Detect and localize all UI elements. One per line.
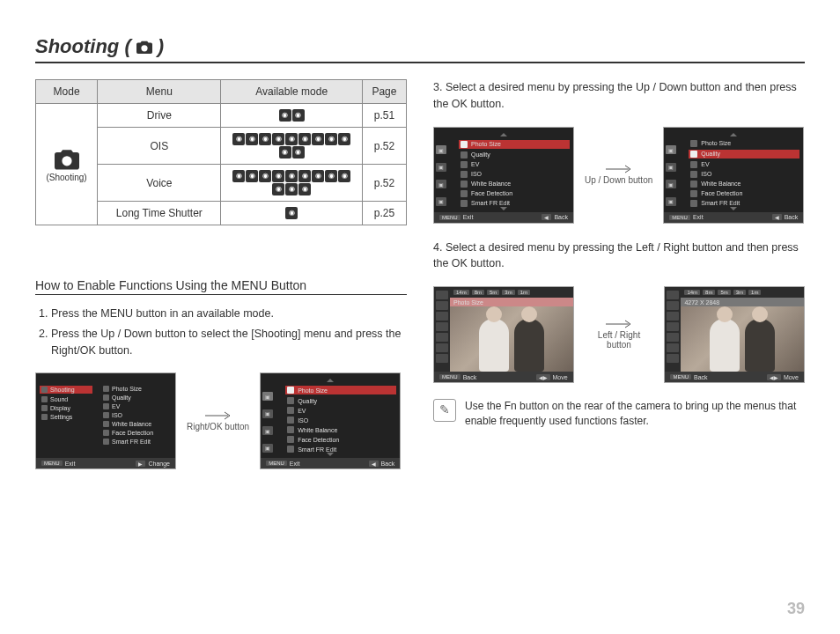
mode-icon: ◉	[325, 133, 337, 145]
size-token: 8m	[703, 290, 715, 295]
lcd-left-item: Shooting	[40, 386, 92, 394]
mode-icon: ◉	[298, 133, 311, 145]
note-box: ✎ Use the Fn button on the rear of the c…	[433, 399, 805, 429]
mode-icon: ◉	[338, 133, 350, 145]
lcd-side-icon	[436, 354, 448, 363]
page-title: Shooting ( )	[35, 35, 805, 58]
lcd-photo-b: 14m8m5m3m1m 4272 X 2848 MENUBack ◀▶Move	[664, 286, 805, 383]
lcd-list-item: ISO	[690, 171, 799, 178]
lcd-list-item: Quality	[689, 150, 799, 158]
avail-cell: ◉◉◉◉◉◉◉◉◉◉◉	[221, 128, 362, 165]
lcd-list-item: Quality	[461, 151, 570, 158]
size-token: 5m	[718, 290, 730, 295]
mode-icon: ◉	[272, 183, 284, 195]
lcd-side-icon	[667, 354, 679, 363]
lcd-side-icon: ▣	[436, 197, 446, 206]
menu-cell: Drive	[98, 104, 221, 128]
lcd-side-icon	[667, 301, 679, 310]
step-item: Press the Up / Down button to select the…	[51, 326, 407, 359]
size-token: 14m	[453, 290, 469, 295]
menu-cell: Voice	[98, 165, 221, 202]
th-mode: Mode	[36, 80, 98, 104]
mode-icon: ◉	[259, 133, 271, 145]
mode-icon: ◉	[325, 170, 337, 182]
step-item: Press the MENU button in an available mo…	[51, 306, 407, 322]
size-token: 3m	[502, 290, 514, 295]
lcd-side-icon: ▣	[262, 444, 273, 453]
lcd-left-item: Settings	[41, 414, 92, 420]
lcd-side-icon	[436, 322, 448, 331]
subheading: How to Enable Functions Using the MENU B…	[35, 278, 407, 295]
page-number: 39	[787, 600, 805, 618]
mode-icon: ◉	[312, 133, 324, 145]
lcd-side-icon	[436, 291, 448, 299]
mode-icon: ◉	[285, 183, 298, 195]
footer-back-a: Back	[381, 461, 395, 467]
mode-icon: ◉	[272, 170, 284, 182]
lcd-side-icon	[436, 333, 448, 342]
menu-cell: OIS	[98, 128, 221, 165]
page-title-row: Shooting ( )	[35, 35, 805, 63]
footer-change: Change	[148, 461, 170, 467]
lcd-side-icon	[667, 291, 679, 299]
th-menu: Menu	[98, 80, 221, 104]
camera-icon	[135, 39, 154, 55]
mode-icon: ◉	[292, 109, 305, 122]
lcd-list-item: EV	[287, 407, 396, 414]
step4-screens: 14m8m5m3m1m Photo Size MENUBack ◀▶Move L…	[433, 286, 805, 383]
lcd-right-item: Quality	[103, 394, 172, 401]
size-token: 1m	[748, 290, 761, 295]
lcd-list-item: EV	[690, 161, 799, 168]
lcd-list-item: Smart FR Edit	[690, 200, 799, 207]
lcd-left-item: Sound	[41, 396, 92, 402]
lcd-list-item: White Balance	[461, 181, 570, 188]
page-cell: p.25	[362, 202, 406, 225]
arrow-label-left-right: Left / Right button	[585, 330, 654, 350]
mode-icon: ◉	[285, 170, 298, 182]
lcd-list-item: Face Detection	[461, 190, 570, 197]
step3-screens: ▣▣▣▣ Photo SizeQualityEVISOWhite Balance…	[433, 127, 805, 224]
lcd-list-item: Quality	[287, 397, 396, 404]
lcd-side-icon: ▣	[666, 180, 676, 188]
footer-exit-a: Exit	[290, 461, 300, 467]
lcd-side-icon	[436, 343, 448, 352]
size-token: 8m	[472, 290, 484, 295]
th-page: Page	[362, 80, 406, 104]
lcd-photo-a: 14m8m5m3m1m Photo Size MENUBack ◀▶Move	[433, 286, 574, 383]
mode-icon: ◉	[292, 146, 305, 158]
lcd-side-icon	[436, 301, 448, 310]
arrow-right-ok: Right/OK button	[187, 411, 249, 431]
left-steps-list: Press the MENU button in an available mo…	[35, 306, 407, 358]
lcd-list-item: Smart FR Edit	[287, 446, 396, 453]
note-text: Use the Fn button on the rear of the cam…	[465, 399, 805, 429]
step-4: 4. Select a desired menu by pressing the…	[433, 240, 805, 273]
lcd-right-item: EV	[103, 403, 172, 409]
lcd-right-item: Photo Size	[103, 386, 172, 392]
footer-exit: Exit	[65, 461, 76, 467]
mode-icon: ◉	[272, 133, 284, 145]
title-suffix: )	[158, 35, 164, 58]
mode-icon: ◉	[246, 170, 258, 182]
left-screens-row: ShootingSoundDisplaySettings Photo SizeQ…	[35, 372, 407, 469]
mode-icon: ◉	[246, 133, 258, 145]
arrow-label-up-down: Up / Down button	[585, 175, 652, 185]
size-token: 3m	[733, 290, 746, 295]
mode-icon: ◉	[279, 109, 291, 122]
lcd-shooting-menu-a: ▣▣▣▣ Photo SizeQualityEVISOWhite Balance…	[260, 372, 401, 469]
mode-icon: ◉	[298, 170, 311, 182]
lcd-main-menu: ShootingSoundDisplaySettings Photo SizeQ…	[35, 372, 176, 469]
note-icon: ✎	[433, 399, 456, 422]
mode-icon: ◉	[285, 133, 298, 145]
page-cell: p.51	[362, 104, 406, 128]
mode-cell: (Shooting)	[36, 104, 98, 225]
lcd-right-item: ISO	[103, 412, 172, 418]
lcd-list-item: ISO	[287, 417, 396, 424]
size-token: 14m	[684, 290, 700, 295]
lcd-list-item: EV	[461, 161, 570, 168]
size-token: 5m	[487, 290, 499, 295]
step-3: 3. Select a desired menu by pressing the…	[433, 79, 805, 113]
lcd-list-item: Photo Size	[459, 140, 570, 149]
th-avail: Available mode	[221, 80, 362, 104]
title-prefix: Shooting (	[35, 35, 131, 58]
lcd-left-item: Display	[41, 405, 92, 411]
